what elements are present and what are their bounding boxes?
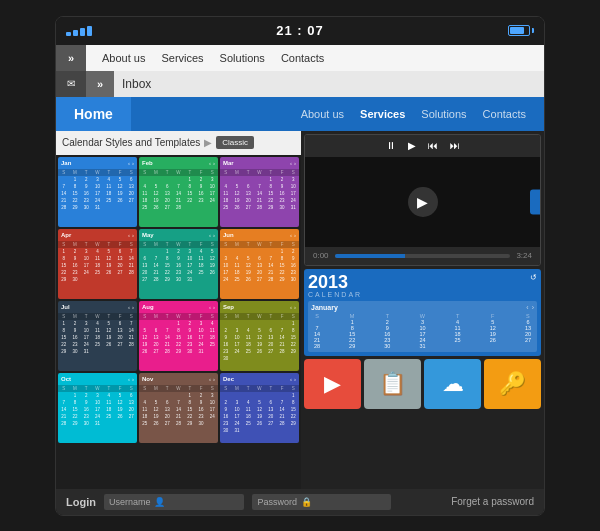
left-panel: Calendar Styles and Templates ▶ Classic … (56, 131, 301, 489)
nav-links-1: About us Services Solutions Contacts (86, 52, 340, 64)
cal-widget-detail: January ‹ › SMTWTFS123456789101112131415… (308, 301, 537, 352)
battery-tip (532, 28, 534, 33)
clipboard-tile-icon: 📋 (379, 371, 406, 397)
cal-widget-label: CALENDAR (308, 291, 362, 298)
blue-nav-contacts[interactable]: Contacts (475, 108, 534, 120)
password-wrap: Password 🔒 (252, 494, 391, 510)
cloud-tile-icon: ☁ (442, 371, 464, 397)
play-tile-icon: ▶ (324, 371, 341, 397)
inbox-icon-wrap: ✉ (56, 71, 86, 97)
cal-widget-month-label: January (311, 304, 338, 311)
calendar-grid: Jan ‹ › SMTWTFS·123456789101112131415161… (56, 155, 301, 445)
cal-next-btn[interactable]: › (532, 304, 534, 311)
phone-container: 21 : 07 » About us Services Solutions Co… (55, 16, 545, 516)
lock-icon: 🔒 (301, 497, 312, 507)
nav-link-about[interactable]: About us (94, 52, 153, 64)
right-panel: ⏸ ▶ ⏮ ⏭ ▶ 0:00 3:24 (301, 131, 544, 489)
play-btn[interactable]: ▶ (408, 140, 416, 151)
username-input[interactable] (169, 497, 239, 507)
cal-month-september: Sep ‹ › SMTWTFS······1234567891011121314… (220, 301, 299, 371)
cal-toolbar-sep: ▶ (204, 137, 212, 148)
bar4 (87, 26, 92, 36)
time-start: 0:00 (313, 251, 329, 260)
inbox-chevron[interactable]: » (86, 71, 114, 97)
thumb-scroll[interactable] (530, 189, 541, 214)
nav-link-services[interactable]: Services (153, 52, 211, 64)
inbox-chevron-icon: » (97, 78, 103, 90)
cal-widget: 2013 CALENDAR ↺ January ‹ › (304, 269, 541, 356)
password-input[interactable] (316, 497, 386, 507)
user-icon: 👤 (154, 497, 165, 507)
login-label: Login (66, 496, 96, 508)
media-player: ⏸ ▶ ⏮ ⏭ ▶ 0:00 3:24 (304, 134, 541, 266)
play-btn-large[interactable]: ▶ (408, 187, 438, 217)
cal-month-march: Mar ‹ › SMTWTFS····123456789101112131415… (220, 157, 299, 227)
pause-btn[interactable]: ⏸ (386, 140, 396, 151)
cal-month-december: Dec ‹ › SMTWTFS······1234567891011121314… (220, 373, 299, 443)
time-display: 21 : 07 (276, 23, 323, 38)
cal-month-april: Apr ‹ › SMTWTFS1234567891011121314151617… (58, 229, 137, 299)
progress-fill (335, 254, 405, 258)
bar1 (66, 32, 71, 36)
cal-style-label: Classic (222, 138, 248, 147)
tiles-row: ▶📋☁🔑 (304, 359, 541, 409)
cal-month-may: May ‹ › SMTWTFS··12345678910111213141516… (139, 229, 218, 299)
inbox-label: Inbox (114, 77, 151, 91)
blue-nav-about[interactable]: About us (293, 108, 352, 120)
forward-btn[interactable]: ⏭ (450, 140, 460, 151)
cal-month-october: Oct ‹ › SMTWTFS·123456789101112131415161… (58, 373, 137, 443)
progress-bar[interactable] (335, 254, 511, 258)
nav-link-solutions[interactable]: Solutions (212, 52, 273, 64)
bar3 (80, 28, 85, 36)
nav-bar-1: » About us Services Solutions Contacts (56, 45, 544, 71)
blue-nav: Home About us Services Solutions Contact… (56, 97, 544, 131)
content-row: Calendar Styles and Templates ▶ Classic … (56, 131, 544, 489)
cal-widget-nav-icon[interactable]: ↺ (530, 273, 537, 282)
chevron-icon: » (68, 52, 74, 64)
cal-widget-nav: ‹ › (526, 304, 534, 311)
status-bar: 21 : 07 (56, 17, 544, 45)
username-wrap: Username 👤 (104, 494, 245, 510)
battery-fill (510, 27, 524, 34)
battery (508, 25, 534, 36)
inbox-bar: ✉ » Inbox (56, 71, 544, 97)
blue-nav-services[interactable]: Services (352, 108, 413, 120)
username-label: Username (109, 497, 151, 507)
cal-style-btn[interactable]: Classic (216, 136, 254, 149)
blue-nav-solutions[interactable]: Solutions (413, 108, 474, 120)
cal-month-november: Nov ‹ › SMTWTFS····123456789101112131415… (139, 373, 218, 443)
cal-month-august: Aug ‹ › SMTWTFS···1234567891011121314151… (139, 301, 218, 371)
cal-widget-grid: SMTWTFS123456789101112131415161718192021… (311, 313, 534, 349)
bar2 (73, 30, 78, 36)
nav-link-contacts[interactable]: Contacts (273, 52, 332, 64)
nav-chevron[interactable]: » (56, 45, 86, 71)
login-bar: Login Username 👤 Password 🔒 Forget a pas… (56, 489, 544, 515)
cloud-tile[interactable]: ☁ (424, 359, 481, 409)
password-label: Password (257, 497, 297, 507)
time-end: 3:24 (516, 251, 532, 260)
battery-body (508, 25, 530, 36)
key-tile[interactable]: 🔑 (484, 359, 541, 409)
main-content: Calendar Styles and Templates ▶ Classic … (56, 131, 544, 515)
cal-toolbar: Calendar Styles and Templates ▶ Classic (56, 131, 301, 155)
key-tile-icon: 🔑 (499, 371, 526, 397)
cal-toolbar-label: Calendar Styles and Templates (62, 137, 200, 148)
cal-month-february: Feb ‹ › SMTWTFS····123456789101112131415… (139, 157, 218, 227)
rewind-btn[interactable]: ⏮ (428, 140, 438, 151)
player-screen: ▶ (305, 157, 540, 247)
cal-month-july: Jul ‹ › SMTWTFS1234567891011121314151617… (58, 301, 137, 371)
forgot-link[interactable]: Forget a password (451, 496, 534, 507)
blue-nav-links: About us Services Solutions Contacts (131, 108, 544, 120)
cal-widget-year: 2013 (308, 273, 362, 291)
play-tile[interactable]: ▶ (304, 359, 361, 409)
email-icon: ✉ (67, 78, 75, 89)
cal-month-june: Jun ‹ › SMTWTFS·····12345678910111213141… (220, 229, 299, 299)
signal-bars (66, 26, 92, 36)
cal-month-january: Jan ‹ › SMTWTFS·123456789101112131415161… (58, 157, 137, 227)
home-button[interactable]: Home (56, 97, 131, 131)
player-controls-top: ⏸ ▶ ⏮ ⏭ (305, 135, 540, 157)
cal-prev-btn[interactable]: ‹ (526, 304, 528, 311)
clipboard-tile[interactable]: 📋 (364, 359, 421, 409)
player-progress: 0:00 3:24 (305, 247, 540, 265)
